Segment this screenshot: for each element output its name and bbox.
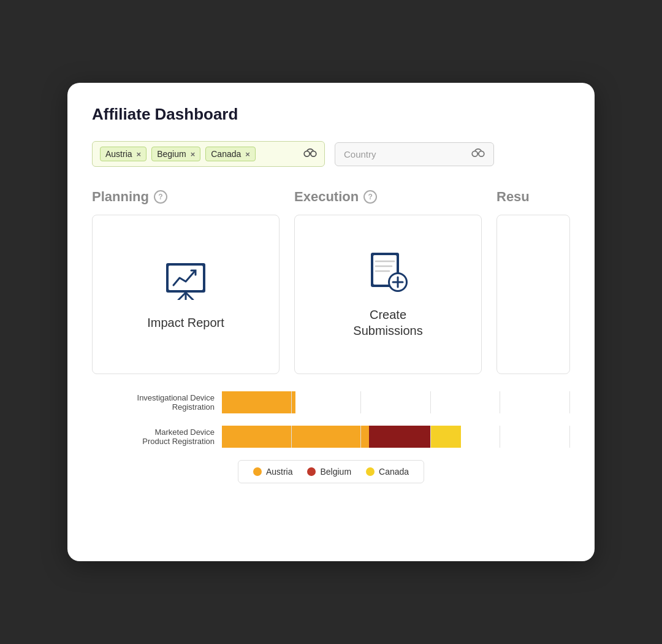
svg-line-7: [186, 293, 193, 300]
results-card[interactable]: [496, 215, 570, 374]
svg-line-6: [178, 293, 186, 300]
tag-austria-label: Austria: [105, 149, 132, 159]
grid-line-3: [361, 391, 431, 413]
bar-canada-marketed: [430, 426, 461, 448]
results-section-partial: Resu: [496, 189, 570, 374]
planning-title: Planning: [92, 189, 149, 205]
execution-title: Execution: [294, 189, 359, 205]
tag-canada-close[interactable]: ×: [245, 150, 250, 159]
execution-section: Execution ?: [294, 189, 482, 374]
tag-canada-label: Canada: [211, 149, 241, 159]
legend-label-belgium: Belgium: [320, 467, 351, 477]
svg-point-0: [304, 151, 310, 156]
planning-help-icon[interactable]: ?: [154, 190, 167, 204]
svg-point-2: [472, 151, 477, 156]
chart-row-marketed: Marketed DeviceProduct Registration: [92, 426, 570, 448]
bar-track-marketed: [222, 426, 570, 448]
impact-report-card[interactable]: Impact Report: [92, 215, 280, 374]
bar-belgium-marketed: [369, 426, 430, 448]
chart-legend: Austria Belgium Canada: [238, 460, 424, 483]
tag-begium-close[interactable]: ×: [191, 150, 196, 159]
grid-line-m5: [500, 426, 570, 448]
legend-dot-belgium: [307, 467, 316, 476]
page-title: Affiliate Dashboard: [92, 105, 570, 124]
legend-austria: Austria: [253, 467, 293, 477]
legend-label-austria: Austria: [266, 467, 293, 477]
legend-belgium: Belgium: [307, 467, 351, 477]
execution-help-icon[interactable]: ?: [363, 190, 377, 204]
legend-canada: Canada: [366, 467, 409, 477]
selected-countries-input[interactable]: Austria × Begium × Canada ×: [92, 141, 325, 167]
legend-dot-austria: [253, 467, 262, 476]
chart-area: Investigational DeviceRegistration: [92, 391, 570, 483]
tag-austria-close[interactable]: ×: [137, 150, 142, 159]
country-binoculars-icon: [471, 148, 485, 161]
country-dropdown[interactable]: Country: [335, 142, 494, 166]
create-submissions-icon: [366, 250, 410, 294]
chart-row-investigational: Investigational DeviceRegistration: [92, 391, 570, 413]
svg-rect-5: [169, 266, 203, 290]
country-placeholder: Country: [344, 149, 376, 159]
legend-label-canada: Canada: [379, 467, 409, 477]
tag-begium[interactable]: Begium ×: [151, 147, 200, 161]
grid-line-4: [431, 391, 501, 413]
legend-dot-canada: [366, 467, 375, 476]
impact-report-label: Impact Report: [147, 315, 224, 331]
planning-header: Planning ?: [92, 189, 280, 205]
results-header: Resu: [496, 189, 570, 205]
impact-report-icon: [164, 258, 208, 302]
grid-line-5: [500, 391, 570, 413]
chart-container: Investigational DeviceRegistration: [92, 391, 570, 448]
bar-track-investigational: [222, 391, 570, 413]
grid-line-2: [292, 391, 362, 413]
svg-point-1: [311, 151, 316, 156]
filter-bar: Austria × Begium × Canada ×: [92, 141, 570, 167]
chart-label-marketed: Marketed DeviceProduct Registration: [92, 427, 215, 446]
execution-header: Execution ?: [294, 189, 482, 205]
tag-begium-label: Begium: [157, 149, 186, 159]
create-submissions-card[interactable]: CreateSubmissions: [294, 215, 482, 374]
svg-point-3: [479, 151, 484, 156]
create-submissions-label: CreateSubmissions: [353, 307, 422, 339]
chart-label-investigational: Investigational DeviceRegistration: [92, 393, 215, 412]
sections-row: Planning ? Im: [92, 189, 570, 374]
dashboard-card: Affiliate Dashboard Austria × Begium × C…: [67, 83, 595, 561]
bar-austria-marketed: [222, 426, 369, 448]
results-title: Resu: [496, 189, 530, 205]
tag-canada[interactable]: Canada ×: [205, 147, 256, 161]
bar-austria-investigational: [222, 391, 295, 413]
binoculars-icon[interactable]: [303, 148, 317, 161]
planning-section: Planning ? Im: [92, 189, 280, 374]
tag-austria[interactable]: Austria ×: [100, 147, 146, 161]
